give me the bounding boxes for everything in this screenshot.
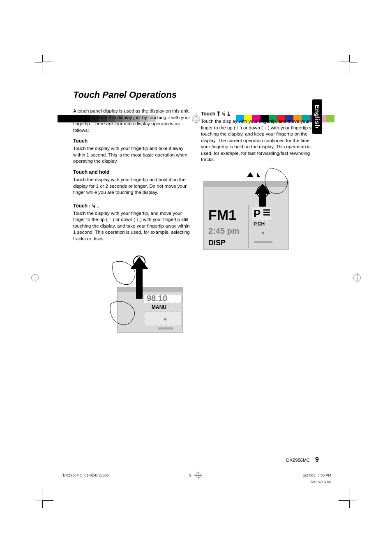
model-label: DXZ956MC xyxy=(286,458,310,463)
svg-rect-3 xyxy=(144,312,181,326)
touch-hand-icon: ☟ xyxy=(222,111,226,117)
svg-marker-10 xyxy=(247,172,254,177)
registration-target-icon xyxy=(353,274,361,281)
svg-rect-1 xyxy=(117,287,183,292)
swipe-down-hold-icon: ⤓ xyxy=(226,111,231,117)
intro-paragraph: A touch panel display is used as the dis… xyxy=(73,108,191,134)
crop-mark-icon xyxy=(339,62,350,73)
svg-marker-11 xyxy=(257,172,260,177)
touch-swipe-body: Touch the display with your fingertip, a… xyxy=(73,210,191,242)
column-right: Touch ⤒ ☟ ⤓ Touch the display with your … xyxy=(201,108,319,345)
print-footer: +DXZ956MC_01-02-Eng.p65 9 1/27/05, 5:58 … xyxy=(61,473,331,477)
touch-hand-icon: ☟ xyxy=(92,203,96,209)
sheet-page: 9 xyxy=(189,473,191,477)
swipe-up-icon: ↑ xyxy=(88,203,91,209)
svg-rect-9 xyxy=(203,181,289,187)
time-text: 2:45 pm xyxy=(208,226,240,235)
touch-hold-heading: Touch and hold xyxy=(73,169,191,175)
disp-text: DISP xyxy=(208,239,226,247)
touch-body: Touch the display with your fingertip an… xyxy=(73,145,191,165)
touch-swipe-hold-heading: Touch ⤒ ☟ ⤓ xyxy=(201,111,231,117)
registration-target-icon xyxy=(31,274,39,281)
crop-mark-icon xyxy=(42,489,53,501)
p-text: P xyxy=(254,207,261,220)
registration-target-icon xyxy=(196,472,201,478)
manu-text: MANU xyxy=(152,304,166,310)
touch-heading: Touch xyxy=(73,138,191,144)
swipe-down-icon: ↓ xyxy=(97,203,99,209)
column-left: A touch panel display is used as the dis… xyxy=(73,108,191,345)
swipe-up-hold-icon: ⤒ xyxy=(216,111,221,117)
crop-mark-icon xyxy=(339,489,350,501)
touch-swipe-hold-body: Touch the display with your fingertip, a… xyxy=(201,118,319,163)
source-file: +DXZ956MC_01-02-Eng.p65 xyxy=(61,473,109,477)
footer-model-page: DXZ956MC 9 xyxy=(286,456,319,463)
svg-rect-19 xyxy=(254,241,272,243)
freq-text: 98.10 xyxy=(147,294,167,303)
page-title: Touch Panel Operations xyxy=(73,90,319,102)
page-number: 9 xyxy=(315,456,319,463)
band-text: FM1 xyxy=(208,207,236,223)
touch-hold-body: Touch the display with your fingertip an… xyxy=(73,177,191,196)
page-content: Touch Panel Operations A touch panel dis… xyxy=(73,90,319,345)
crop-mark-icon xyxy=(42,62,53,73)
svg-rect-7 xyxy=(158,327,173,329)
illustration-swipe-hold: FM1 P P.CH 2:45 pm DISP xyxy=(201,167,291,258)
print-registration-top xyxy=(0,54,392,75)
doc-code: 280-8213-00 xyxy=(310,480,331,484)
illustration-swipe: 98.10 MANU xyxy=(109,246,191,345)
pch-text: P.CH xyxy=(254,221,265,227)
touch-swipe-heading: Touch ↑ ☟ ↓ xyxy=(73,203,99,209)
print-datetime: 1/27/05, 5:58 PM xyxy=(303,473,331,477)
